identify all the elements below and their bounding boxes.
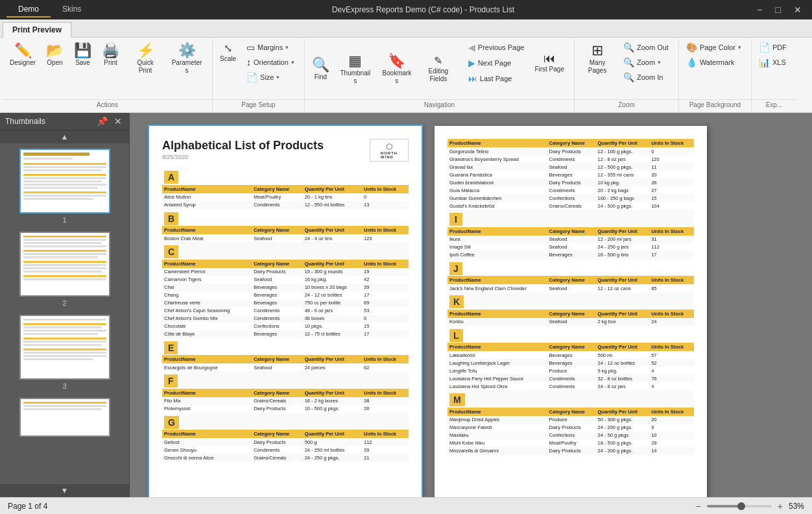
zoom-slider-thumb[interactable] [737,502,745,510]
zoom-increase-button[interactable]: + [776,501,785,511]
export-xls-button[interactable]: 📊 XLS [754,55,791,69]
editing-fields-button[interactable]: ✎ Editing Fields [418,53,459,86]
table-header-a: ProductName Category Name Quantity Per U… [162,185,409,193]
thumbnail-item-3[interactable]: 3 [19,315,110,390]
page-color-dropdown-arrow: ▾ [738,44,741,51]
table-row: LakkalikööriBeverages500 ml57 [448,351,694,359]
zoom-decrease-button[interactable]: − [694,501,703,511]
table-header-g2: ProductNameCategory NameQuantity Per Uni… [448,139,694,147]
previous-page-icon: ◀ [468,42,475,53]
table-row: Gnocchi di nonna AliceGrains/Cereals24 -… [162,454,409,461]
thumbnails-pin-button[interactable]: 📌 [95,116,110,127]
size-button[interactable]: 📄 Size ▾ [242,70,299,84]
ribbon-group-navigation: 🔍 Find ▦ Thumbnails 🔖 Bookmarks ✎ Editin… [305,40,575,112]
orientation-button[interactable]: ↕ Orientation ▾ [242,55,299,69]
restore-button[interactable]: □ [772,3,785,16]
thumbnail-number-2: 2 [62,299,66,307]
page-background-buttons: 🎨 Page Color ▾ 💧 Watermark [682,40,746,95]
thumbnails-scroll-up[interactable]: ▲ [0,130,129,143]
first-page-label: First Page [534,66,564,73]
scale-button[interactable]: ⤡ Scale [215,40,241,66]
close-button[interactable]: ✕ [790,3,806,16]
section-e-row: E [162,338,409,356]
next-page-button[interactable]: ▶ Next Page [464,56,529,70]
thumbnails-button[interactable]: ▦ Thumbnails [335,51,376,88]
designer-button[interactable]: ✏️ Designer [5,40,40,70]
table-row: Gustaf's KnäckebrödGrains/Cereals24 - 50… [448,202,694,210]
thumbnails-icon: ▦ [348,54,362,68]
preview-area[interactable]: Alphabetical List of Products 8/25/2020 … [130,113,812,497]
report-title-block: Alphabetical List of Products 8/25/2020 [162,139,324,160]
thumbnails-panel: Thumbnails 📌 ✕ ▲ [0,113,130,497]
minimize-button[interactable]: − [753,3,766,16]
actions-buttons: ✏️ Designer 📂 Open 💾 Save 🖨️ Print ⚡ [5,40,207,91]
col-stock: Units In Stock [362,185,409,193]
title-tab-skins[interactable]: Skins [51,2,93,18]
first-page-button[interactable]: ⏮ First Page [530,49,569,77]
table-header-l: ProductNameCategory NameQuantity Per Uni… [448,343,694,351]
table-header-i: ProductNameCategory NameQuantity Per Uni… [448,227,694,236]
save-button[interactable]: 💾 Save [69,40,96,70]
zoom-button[interactable]: 🔍 Zoom ▾ [619,55,673,69]
report-page-2: ProductNameCategory NameQuantity Per Uni… [435,126,707,497]
watermark-button[interactable]: 💧 Watermark [682,55,746,69]
table-row: Côte de BlayeBeverages12 - 75 cl bottles… [162,330,409,338]
watermark-label: Watermark [700,58,734,66]
first-page-group: ⏮ First Page [530,49,569,90]
section-letter-c: C [164,245,178,258]
many-pages-button[interactable]: ⊞ Many Pages [577,40,617,78]
table-row: Guden brandstabostDairy Products10 kg pk… [448,178,694,186]
print-label: Print [104,59,117,67]
zoom-out-icon: 🔍 [623,42,634,53]
export-pdf-button[interactable]: 📄 PDF [754,40,791,55]
table-row: Mascarpone FabioliDairy Products24 - 200… [448,424,694,432]
zoom-in-button[interactable]: 🔍 Zoom In [619,70,673,84]
margins-dropdown-arrow: ▾ [285,44,289,51]
parameters-icon: ⚙️ [178,43,196,58]
thumbnails-scroll-down[interactable]: ▼ [0,484,129,497]
zoom-slider[interactable] [707,505,772,508]
scale-icon: ⤡ [224,43,232,54]
margins-button[interactable]: ▭ Margins ▾ [242,40,299,55]
table-row: Chef Anton's Gumbo MixCondiments36 boxes… [162,315,409,323]
tab-print-preview[interactable]: Print Preview [3,22,71,38]
many-pages-label: Many Pages [582,59,613,75]
page-color-button[interactable]: 🎨 Page Color ▾ [682,40,746,55]
previous-page-button[interactable]: ◀ Previous Page [464,40,529,55]
table-row: Inlagd SillSeafood24 - 250 g jars112 [448,243,694,251]
logo-icon: ⬡ [386,142,392,151]
export-pdf-icon: 📄 [759,42,770,53]
table-row: Guía MálaccaCondiments20 - 2 kg bags27 [448,186,694,194]
section-c-row: C [162,242,409,260]
ribbon-group-export: 📄 PDF 📊 XLS Exp... [752,40,796,112]
print-button[interactable]: 🖨️ Print [97,40,124,70]
zoom-in-icon: 🔍 [623,72,634,82]
margins-label: Margins [257,43,283,51]
table-row: MaxilakuConfections24 - 50 g pkgs.10 [448,432,694,439]
zoom-out-label: Zoom Out [637,43,669,51]
parameters-button[interactable]: ⚙️ Parameters [167,40,207,78]
thumbnail-item-2[interactable]: 2 [19,232,110,307]
zoom-in-label: Zoom In [637,73,663,81]
table-row: Boston Crab MeatSeafood24 - 4 oz tins123 [162,234,409,242]
zoom-out-button[interactable]: 🔍 Zoom Out [619,40,673,55]
last-page-button[interactable]: ⏭ Last Page [464,71,529,86]
open-label: Open [47,59,62,67]
thumbnail-item-4[interactable] [19,398,110,437]
title-bar: Demo Skins DevExpress Reports Demo (C# c… [0,0,812,19]
table-row: ChangBeverages24 - 12 oz bottles17 [162,291,409,299]
section-l-row: L [448,326,694,343]
thumbnail-page-4 [19,398,110,437]
thumbnail-item-1[interactable]: 1 [19,149,110,224]
section-letter-m: M [449,393,465,406]
open-button[interactable]: 📂 Open [42,40,68,70]
table-header-c: ProductNameCategory NameQuantity Per Uni… [162,260,409,268]
thumbnail-page-2 [19,232,110,297]
section-b-row: B [162,209,409,226]
quick-print-button[interactable]: ⚡ Quick Print [125,40,165,78]
title-tab-demo[interactable]: Demo [6,2,51,18]
thumbnails-close-button[interactable]: ✕ [112,116,124,127]
scale-label: Scale [220,55,236,63]
bookmarks-button[interactable]: 🔖 Bookmarks [377,51,417,88]
find-button[interactable]: 🔍 Find [307,55,334,84]
